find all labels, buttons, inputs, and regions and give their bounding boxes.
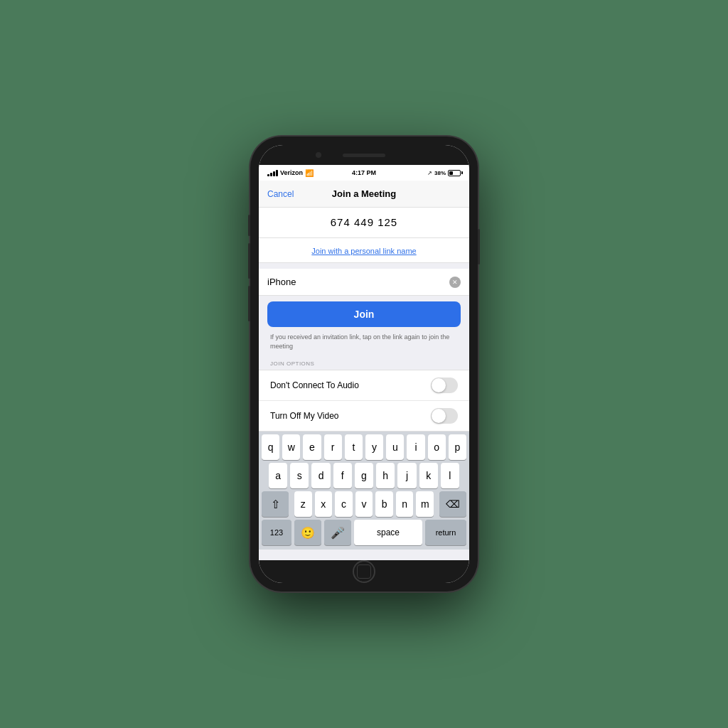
audio-option-label: Don't Connect To Audio [270,380,359,390]
key-z[interactable]: z [294,491,312,517]
key-b[interactable]: b [375,491,393,517]
location-icon: ↗ [427,170,432,176]
earpiece-speaker [343,154,385,157]
page-title: Join a Meeting [332,188,396,199]
signal-bars [267,170,278,176]
key-j[interactable]: j [397,463,416,488]
key-y[interactable]: y [365,434,383,460]
meeting-id-text: 674 449 125 [331,216,397,228]
personal-link-section[interactable]: Join with a personal link name [259,238,469,263]
video-toggle[interactable] [431,408,458,424]
space-key[interactable]: space [354,520,422,545]
join-options-section: Don't Connect To Audio Turn Off My Video [259,370,469,432]
key-p[interactable]: p [449,434,466,460]
key-m[interactable]: m [416,491,434,517]
phone-frame: Verizon 📶 4:17 PM ↗ 38% Cancel Join a Me… [250,136,478,592]
audio-toggle-thumb [432,378,446,392]
key-i[interactable]: i [407,434,424,460]
clear-input-button[interactable]: ✕ [449,277,461,288]
personal-link-button[interactable]: Join with a personal link name [311,247,416,255]
key-t[interactable]: t [345,434,363,460]
video-toggle-thumb [432,409,446,423]
key-v[interactable]: v [355,491,373,517]
return-key[interactable]: return [425,520,466,545]
navigation-bar: Cancel Join a Meeting [259,181,469,208]
signal-bar-1 [267,174,269,176]
key-c[interactable]: c [335,491,353,517]
battery-fill [449,171,453,175]
key-f[interactable]: f [333,463,352,488]
key-s[interactable]: s [290,463,309,488]
signal-bar-2 [270,173,272,176]
wifi-icon: 📶 [305,169,314,177]
keyboard-row-3: ⇧ z x c v b n m ⌫ [259,488,469,517]
keyboard-row-1: q w e r t y u i o p [259,432,469,460]
key-a[interactable]: a [269,463,287,488]
audio-toggle[interactable] [431,378,458,393]
power-button[interactable] [478,229,480,264]
keyboard-bottom-row: 123 🙂 🎤 space return [259,517,469,550]
key-o[interactable]: o [428,434,446,460]
signal-bar-4 [276,170,278,176]
name-input[interactable] [267,277,449,287]
keyboard-row-2: a s d f g h j k l [259,460,469,488]
key-l[interactable]: l [441,463,459,488]
status-right: ↗ 38% [427,170,461,176]
home-button[interactable] [353,560,375,583]
home-indicator [259,560,469,583]
video-option-row: Turn Off My Video [259,401,469,431]
key-u[interactable]: u [386,434,404,460]
shift-key[interactable]: ⇧ [262,491,289,517]
content-area: 674 449 125 Join with a personal link na… [259,208,469,560]
cancel-button[interactable]: Cancel [267,189,294,199]
front-camera [316,152,321,158]
key-r[interactable]: r [324,434,342,460]
meeting-id-section: 674 449 125 [259,208,469,238]
key-e[interactable]: e [303,434,321,460]
status-left: Verizon 📶 [267,169,314,177]
volume-down-button[interactable] [248,286,250,321]
key-n[interactable]: n [396,491,414,517]
home-button-inner [357,564,371,579]
key-g[interactable]: g [355,463,373,488]
volume-up-button[interactable] [248,243,250,279]
phone-screen: Verizon 📶 4:17 PM ↗ 38% Cancel Join a Me… [259,145,469,583]
battery-icon [448,170,461,176]
key-q[interactable]: q [262,434,279,460]
carrier-name: Verizon [280,169,303,176]
key-x[interactable]: x [315,491,333,517]
key-k[interactable]: k [419,463,438,488]
key-w[interactable]: w [282,434,300,460]
video-option-label: Turn Off My Video [270,411,339,421]
silent-switch[interactable] [248,215,250,236]
mic-key[interactable]: 🎤 [324,520,351,545]
phone-top-bar [259,145,469,165]
status-bar: Verizon 📶 4:17 PM ↗ 38% [259,165,469,181]
join-button[interactable]: Join [267,301,461,327]
key-d[interactable]: d [311,463,330,488]
join-options-label: JOIN OPTIONS [259,356,469,370]
backspace-key[interactable]: ⌫ [439,491,466,517]
signal-bar-3 [273,171,275,176]
name-input-section[interactable]: ✕ [259,269,469,296]
hint-text: If you received an invitation link, tap … [259,333,469,356]
audio-option-row: Don't Connect To Audio [259,370,469,401]
emoji-key[interactable]: 🙂 [294,520,321,545]
key-h[interactable]: h [376,463,395,488]
battery-percent: 38% [434,170,446,176]
status-time: 4:17 PM [352,169,376,176]
num-key[interactable]: 123 [262,520,291,545]
keyboard: q w e r t y u i o p a s d f g [259,432,469,550]
